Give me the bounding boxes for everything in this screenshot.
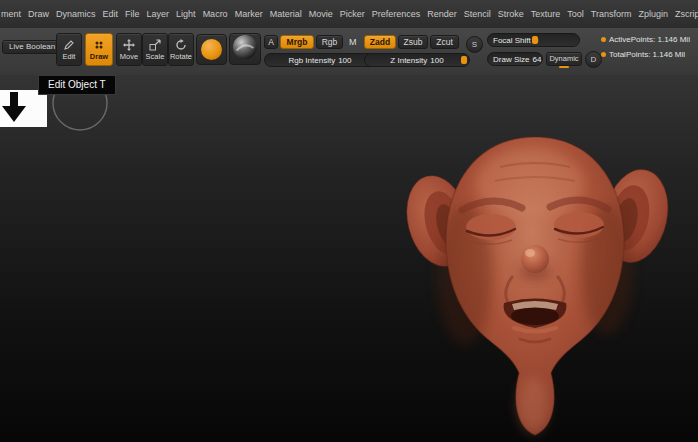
focal-shift-handle[interactable] xyxy=(532,36,538,44)
a-button[interactable]: A xyxy=(264,35,278,49)
scale-icon xyxy=(149,39,161,51)
menu-item-stroke[interactable]: Stroke xyxy=(494,9,527,19)
active-points-dot-icon xyxy=(601,37,606,42)
menu-item-light[interactable]: Light xyxy=(173,9,200,19)
zadd-button[interactable]: Zadd xyxy=(364,35,396,49)
draw-size-slider[interactable]: Draw Size 64 xyxy=(487,52,543,66)
menu-item-draw[interactable]: Draw xyxy=(25,9,53,19)
dynamic-button[interactable]: Dynamic xyxy=(546,52,582,66)
menu-item-texture[interactable]: Texture xyxy=(527,9,564,19)
z-intensity-label: Z Intensity xyxy=(390,56,427,65)
scale-button[interactable]: Scale xyxy=(142,33,168,66)
rgb-intensity-value: 100 xyxy=(338,56,351,65)
rgb-intensity-slider[interactable]: Rgb Intensity 100 xyxy=(264,53,376,67)
dynamic-button-label: Dynamic xyxy=(549,52,578,66)
m-button[interactable]: M xyxy=(349,35,357,49)
z-intensity-slider[interactable]: Z Intensity 100 xyxy=(364,53,470,67)
sculpted-head-model[interactable] xyxy=(0,75,698,442)
down-arrow-icon xyxy=(2,92,32,124)
menu-item-preferences[interactable]: Preferences xyxy=(368,9,424,19)
total-points-dot-icon xyxy=(601,52,606,57)
rotate-button-label: Rotate xyxy=(170,53,192,60)
menu-item-render[interactable]: Render xyxy=(424,9,461,19)
menu-item-material[interactable]: Material xyxy=(266,9,305,19)
total-points-stat: TotalPoints: 1.146 Mil xyxy=(601,50,685,59)
menu-item-macro[interactable]: Macro xyxy=(199,9,231,19)
brush-stroke-icon xyxy=(201,39,222,60)
forehead-highlight xyxy=(475,149,585,217)
draw-button-label: Draw xyxy=(90,53,108,60)
total-points-text: TotalPoints: 1.146 Mil xyxy=(609,50,685,59)
nose-highlight xyxy=(525,249,535,257)
edit-pencil-icon xyxy=(63,39,75,51)
menu-item-document[interactable]: ment xyxy=(0,9,25,19)
draw-size-value: 64 xyxy=(532,55,541,64)
color-swatch-panel[interactable] xyxy=(0,90,47,127)
material-sphere-icon xyxy=(232,34,258,64)
zcut-button[interactable]: Zcut xyxy=(430,35,459,49)
move-arrows-icon xyxy=(123,39,135,51)
focal-shift-slider[interactable]: Focal Shift 0 xyxy=(487,33,580,47)
live-boolean-button[interactable]: Live Boolean xyxy=(2,40,62,54)
edit-button-label: Edit xyxy=(63,53,76,60)
menu-item-movie[interactable]: Movie xyxy=(305,9,336,19)
active-points-text: ActivePoints: 1.146 Mil xyxy=(609,35,690,44)
z-intensity-value: 100 xyxy=(430,56,443,65)
dynamic-indicator xyxy=(559,66,569,68)
rotate-button[interactable]: Rotate xyxy=(168,33,194,66)
stroke-s-icon[interactable]: S xyxy=(466,36,483,53)
current-material-button[interactable] xyxy=(229,33,261,65)
menu-item-tool[interactable]: Tool xyxy=(564,9,588,19)
active-points-stat: ActivePoints: 1.146 Mil xyxy=(601,35,690,44)
menu-item-layer[interactable]: Layer xyxy=(143,9,173,19)
rgb-intensity-label: Rgb Intensity xyxy=(288,56,335,65)
menu-item-marker[interactable]: Marker xyxy=(231,9,266,19)
menu-item-zplugin[interactable]: Zplugin xyxy=(635,9,672,19)
current-brush-button[interactable] xyxy=(196,34,227,65)
move-button[interactable]: Move xyxy=(116,33,142,66)
mrgb-button[interactable]: Mrgb xyxy=(280,35,314,49)
rotate-icon xyxy=(175,39,187,51)
rgb-button[interactable]: Rgb xyxy=(316,35,343,49)
edit-object-tooltip: Edit Object T xyxy=(38,75,116,95)
draw-size-label: Draw Size xyxy=(493,55,529,64)
draw-dots-icon xyxy=(93,39,105,51)
edit-button[interactable]: Edit xyxy=(56,33,82,66)
menu-bar: ment Draw Dynamics Edit File Layer Light… xyxy=(0,0,698,29)
move-button-label: Move xyxy=(120,53,138,60)
focal-shift-label: Focal Shift xyxy=(493,36,531,45)
nose-ball xyxy=(521,245,549,273)
menu-item-file[interactable]: File xyxy=(122,9,144,19)
dynamic-d-icon[interactable]: D xyxy=(585,51,602,68)
menu-item-dynamics[interactable]: Dynamics xyxy=(53,9,100,19)
z-intensity-handle[interactable] xyxy=(461,56,467,64)
chin-highlight xyxy=(518,377,548,433)
menu-item-edit[interactable]: Edit xyxy=(99,9,122,19)
zsub-button[interactable]: Zsub xyxy=(398,35,428,49)
menu-item-picker[interactable]: Picker xyxy=(336,9,368,19)
sculpt-viewport[interactable] xyxy=(0,75,698,442)
scale-button-label: Scale xyxy=(146,53,165,60)
menu-item-zscript[interactable]: Zscript xyxy=(672,9,698,19)
draw-button[interactable]: Draw xyxy=(85,33,113,66)
mouth-interior xyxy=(511,307,559,325)
menu-item-stencil[interactable]: Stencil xyxy=(460,9,494,19)
top-shelf-toolbar: Live Boolean Edit Draw Move Scale Rotate xyxy=(0,28,698,76)
menu-item-transform[interactable]: Transform xyxy=(587,9,635,19)
